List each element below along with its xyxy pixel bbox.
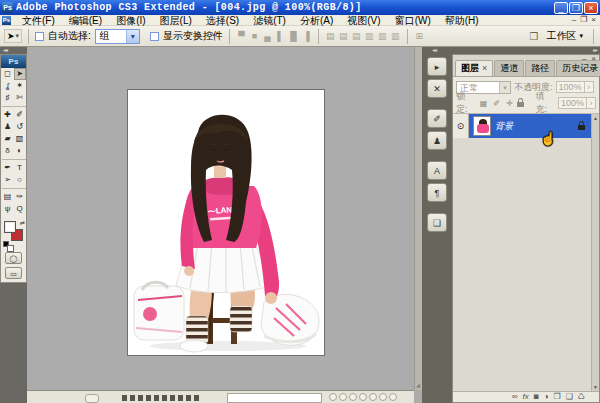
tool-lasso[interactable]: ʆ	[2, 80, 14, 92]
align-bottom-icon[interactable]: ▄	[262, 31, 273, 41]
tool-gradient[interactable]: ▧	[14, 133, 26, 145]
visibility-eye-icon[interactable]: ⊙	[453, 114, 469, 138]
layer-group-icon[interactable]: ❐	[553, 392, 560, 402]
quick-mask-button[interactable]: ◯	[5, 252, 22, 264]
tool-magic-wand[interactable]: ✶	[14, 80, 26, 92]
tool-brush[interactable]: ✐	[14, 109, 26, 121]
tool-type[interactable]: T	[14, 162, 26, 174]
lock-pixels-icon[interactable]: ✐	[491, 99, 501, 108]
show-transform-checkbox[interactable]	[150, 32, 159, 41]
link-layers-icon[interactable]: ∞	[512, 392, 518, 402]
menu-analysis[interactable]: 分析(A)	[293, 15, 340, 26]
layer-mask-icon[interactable]: ◙	[534, 392, 539, 402]
tool-path-selection[interactable]: ➢	[2, 174, 14, 186]
animation-button[interactable]	[85, 394, 99, 403]
tool-hand[interactable]: ψ	[2, 203, 14, 215]
playback-button[interactable]	[379, 393, 387, 401]
layer-thumbnail[interactable]	[473, 116, 491, 136]
menu-layer[interactable]: 图层(L)	[153, 15, 199, 26]
layer-row-background[interactable]: ⊙ 背景	[453, 114, 599, 138]
tab-history[interactable]: 历史记录	[556, 60, 600, 76]
menu-image[interactable]: 图像(I)	[109, 15, 152, 26]
distribute-icon[interactable]: ▤	[325, 31, 336, 41]
menu-edit[interactable]: 编辑(E)	[62, 15, 109, 26]
menu-file[interactable]: 文件(F)	[15, 15, 62, 26]
auto-select-checkbox[interactable]	[35, 32, 44, 41]
lock-transparency-icon[interactable]: ▦	[478, 99, 488, 108]
tool-shape[interactable]: ○	[14, 174, 26, 186]
scroll-down-icon[interactable]: ▼	[593, 384, 598, 390]
align-right-icon[interactable]: ▐	[301, 31, 312, 41]
new-layer-icon[interactable]: ❏	[566, 392, 573, 402]
document-canvas[interactable]: ⁓LAN	[127, 89, 325, 356]
adjustment-layer-icon[interactable]: ◑	[544, 392, 549, 402]
menu-filter[interactable]: 滤镜(T)	[246, 15, 293, 26]
tool-healing-brush[interactable]: ✚	[2, 109, 14, 121]
auto-align-icon[interactable]: ⊞	[414, 31, 425, 41]
tool-move[interactable]: ➤	[14, 68, 26, 80]
tab-close-icon[interactable]: ×	[482, 63, 487, 73]
tool-clone-stamp[interactable]: ♟	[2, 121, 14, 133]
workspace-button[interactable]: 工作区 ▾	[542, 29, 587, 43]
fill-field[interactable]: 100% ›	[558, 97, 596, 109]
tool-eyedropper[interactable]: ✑	[14, 191, 26, 203]
foreground-color-swatch[interactable]	[4, 221, 16, 233]
slider-arrow-icon[interactable]: ›	[586, 98, 595, 108]
align-left-icon[interactable]: ▌	[275, 31, 286, 41]
tool-presets-icon[interactable]: ✕	[427, 79, 447, 98]
tool-preset-picker[interactable]: ➤ ▾	[4, 29, 22, 43]
doc-restore-button[interactable]: ❐	[580, 15, 587, 25]
brushes-panel-icon[interactable]: ✐	[427, 109, 447, 128]
go-to-bridge-icon[interactable]: ❒	[530, 31, 539, 42]
playback-button[interactable]	[359, 393, 367, 401]
lock-all-icon[interactable]	[517, 102, 524, 107]
paragraph-panel-icon[interactable]: ¶	[427, 183, 447, 202]
tool-rectangular-marquee[interactable]: ◻	[2, 68, 14, 80]
maximize-button[interactable]: ❐	[569, 2, 583, 14]
menu-window[interactable]: 窗口(W)	[388, 15, 438, 26]
swap-colors-icon[interactable]: ⇄	[20, 219, 25, 226]
playback-button[interactable]	[389, 393, 397, 401]
tool-eraser[interactable]: ▰	[2, 133, 14, 145]
minimize-button[interactable]: _	[554, 2, 568, 14]
animation-field[interactable]	[227, 393, 322, 403]
tool-notes[interactable]: ▤	[2, 191, 14, 203]
playback-button[interactable]	[349, 393, 357, 401]
distribute-icon[interactable]: ▥	[364, 31, 375, 41]
layers-scrollbar[interactable]: ▲ ▼	[591, 114, 599, 391]
distribute-icon[interactable]: ▥	[390, 31, 401, 41]
distribute-icon[interactable]: ▤	[338, 31, 349, 41]
canvas-vertical-scrollbar[interactable]: ◢	[414, 47, 422, 390]
tool-crop[interactable]: ♯	[2, 92, 14, 104]
doc-close-button[interactable]: ×	[591, 15, 596, 25]
tool-zoom[interactable]: Q	[14, 203, 26, 215]
tab-channels[interactable]: 通道	[494, 60, 524, 76]
tool-pen[interactable]: ✒	[2, 162, 14, 174]
layer-comps-panel-icon[interactable]: ❏	[427, 213, 447, 232]
tab-paths[interactable]: 路径	[525, 60, 555, 76]
playback-button[interactable]	[339, 393, 347, 401]
distribute-icon[interactable]: ▥	[377, 31, 388, 41]
playback-button[interactable]	[329, 393, 337, 401]
expand-panel-icon[interactable]: ▸	[427, 57, 447, 76]
align-vcenter-icon[interactable]: ■	[249, 31, 260, 41]
close-button[interactable]: ×	[584, 2, 598, 14]
delete-layer-icon[interactable]: ♺	[578, 392, 585, 402]
tool-slice[interactable]: ✄	[14, 92, 26, 104]
doc-minimize-button[interactable]: –	[572, 15, 576, 25]
menu-select[interactable]: 选择(S)	[199, 15, 246, 26]
lock-position-icon[interactable]: ✛	[504, 99, 514, 108]
menu-help[interactable]: 帮助(H)	[438, 15, 486, 26]
default-colors-icon[interactable]	[3, 241, 9, 247]
toolbox-collapse-grip[interactable]: ◂◂	[0, 47, 27, 54]
menu-view[interactable]: 视图(V)	[340, 15, 387, 26]
playback-button[interactable]	[369, 393, 377, 401]
tab-layers[interactable]: 图层×	[455, 60, 493, 76]
screen-mode-button[interactable]: ▭	[5, 267, 22, 279]
dock-collapse-grip[interactable]: ◂◂	[432, 47, 436, 54]
scroll-up-icon[interactable]: ▲	[593, 115, 598, 121]
dock-expand-grip[interactable]: ▸▸	[593, 47, 597, 54]
title-bar[interactable]: Ps Adobe Photoshop CS3 Extended - [004.j…	[0, 0, 600, 15]
tool-history-brush[interactable]: ↺	[14, 121, 26, 133]
tool-blur[interactable]: δ	[2, 145, 14, 157]
